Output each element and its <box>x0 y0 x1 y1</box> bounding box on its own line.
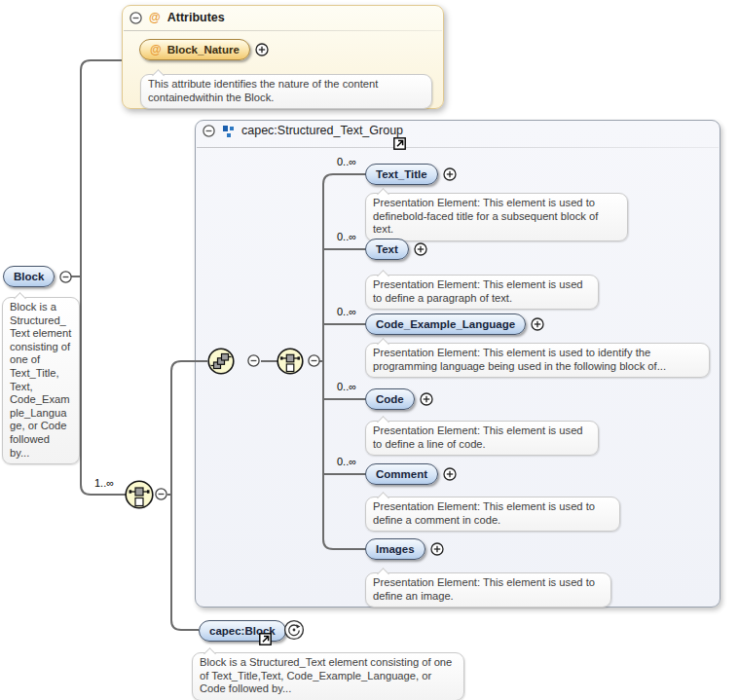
recursion-icon[interactable] <box>283 619 305 641</box>
element-text-title[interactable]: Text_Title <box>365 164 438 185</box>
schema-diagram: @ Attributes @ Block_Nature This attribu… <box>0 0 739 700</box>
expand-plus-icon[interactable] <box>531 317 544 331</box>
element-comment[interactable]: Comment <box>365 463 438 485</box>
element-description: Block is a Structured_Text element consi… <box>2 297 80 464</box>
attribute-description: This attribute identifies the nature of … <box>140 74 432 109</box>
expand-plus-icon[interactable] <box>430 542 444 556</box>
cardinality-label: 0..∞ <box>337 156 356 167</box>
choice-icon[interactable] <box>207 348 235 375</box>
cardinality-label: 1..∞ <box>94 477 114 489</box>
expand-plus-icon[interactable] <box>414 242 427 256</box>
element-label: Block <box>14 271 44 282</box>
element-code[interactable]: Code <box>365 388 415 410</box>
cardinality-label: 0..∞ <box>337 231 356 242</box>
goto-definition-icon[interactable] <box>393 137 406 150</box>
element-description: Presentation Element: This element is us… <box>365 193 628 241</box>
collapse-icon[interactable] <box>247 354 260 367</box>
collapse-icon[interactable] <box>155 488 167 500</box>
element-text[interactable]: Text <box>365 239 409 260</box>
goto-definition-icon[interactable] <box>259 633 272 645</box>
element-description: Presentation Element: This element is us… <box>365 275 599 310</box>
sequence-icon[interactable] <box>125 480 154 509</box>
collapse-icon[interactable] <box>308 354 320 367</box>
expand-plus-icon[interactable] <box>443 467 457 481</box>
element-images[interactable]: Images <box>365 538 425 560</box>
element-code-example-language[interactable]: Code_Example_Language <box>365 313 526 335</box>
cardinality-label: 0..∞ <box>337 381 356 392</box>
sequence-icon[interactable] <box>277 348 304 375</box>
expand-plus-icon[interactable] <box>443 167 457 181</box>
element-description: Presentation Element: This element is us… <box>365 497 620 532</box>
element-label: Images <box>376 543 415 555</box>
element-capec-block[interactable]: capec:Block <box>199 620 286 642</box>
attribute-block-nature[interactable]: @ Block_Nature <box>139 39 250 60</box>
element-label: Text <box>376 243 398 255</box>
element-description: Presentation Element: This element is us… <box>365 421 599 456</box>
element-block[interactable]: Block <box>3 266 55 287</box>
element-label: Text_Title <box>376 168 427 180</box>
element-description: Presentation Element: This element is us… <box>365 572 611 608</box>
attribute-at-icon: @ <box>150 43 162 56</box>
element-label: Code_Example_Language <box>376 318 515 330</box>
element-description: Presentation Element: This element is us… <box>365 343 710 378</box>
collapse-icon[interactable] <box>59 271 72 283</box>
attribute-name: Block_Nature <box>167 44 240 55</box>
cardinality-label: 0..∞ <box>337 306 356 317</box>
element-label: Comment <box>376 468 427 480</box>
cardinality-label: 0..∞ <box>337 456 356 467</box>
expand-plus-icon[interactable] <box>420 392 433 406</box>
element-description: Block is a Structured_Text element consi… <box>192 652 464 700</box>
element-label: Code <box>376 393 404 405</box>
expand-plus-icon[interactable] <box>255 43 269 56</box>
